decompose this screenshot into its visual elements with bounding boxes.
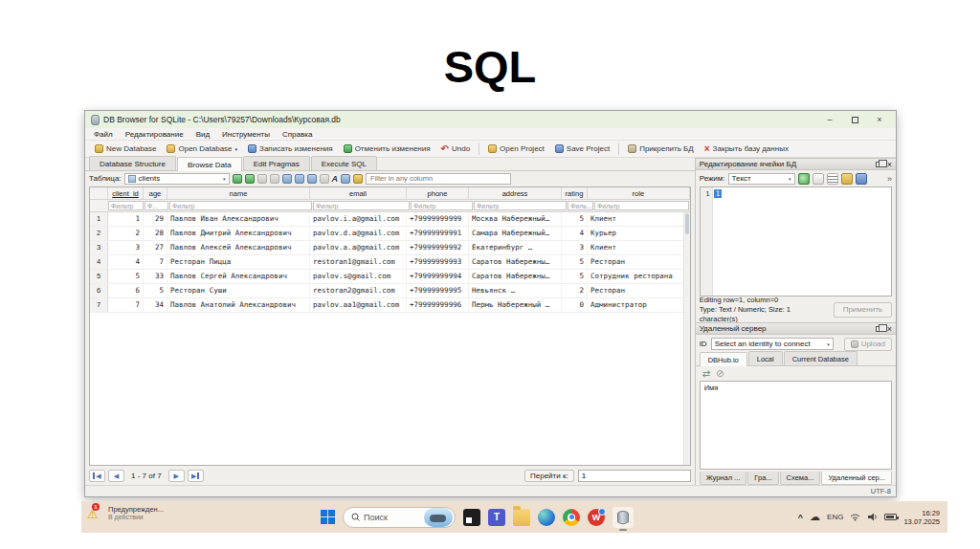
chrome-browser-icon[interactable] xyxy=(563,509,580,526)
tab-1[interactable]: Browse Data xyxy=(177,157,242,171)
file-explorer-icon[interactable] xyxy=(513,509,530,526)
remote-tab-2[interactable]: Current Database xyxy=(784,351,858,365)
identity-selector[interactable]: Select an identity to connect ▾ xyxy=(711,338,834,350)
cell-role[interactable]: Администратор xyxy=(588,298,690,312)
export-cell-button[interactable] xyxy=(813,173,824,185)
upload-button[interactable]: Upload xyxy=(844,338,892,351)
column-header-phone[interactable]: phone xyxy=(407,187,469,199)
float-panel-icon[interactable] xyxy=(876,162,882,167)
close-button[interactable]: × xyxy=(869,113,890,126)
cell-rating[interactable]: 5 xyxy=(562,212,588,226)
filter-input-address[interactable]: Фильтр xyxy=(474,201,567,210)
bottom-tab-3[interactable]: Удаленный сер... xyxy=(821,472,892,485)
cell-role[interactable]: Ресторан xyxy=(588,255,690,269)
duplicate-button[interactable] xyxy=(320,174,329,184)
open-project-button[interactable]: Open Project xyxy=(483,143,549,155)
wifi-icon[interactable] xyxy=(850,513,860,521)
column-header-client-id[interactable]: client_id xyxy=(108,187,144,199)
table-row[interactable]: 447Ресторан Пиццаrestoran1@gmail.com+799… xyxy=(90,255,690,270)
row-number[interactable]: 6 xyxy=(90,284,108,297)
stop-icon[interactable]: ⊘ xyxy=(716,368,724,379)
bottom-tab-1[interactable]: Гра... xyxy=(747,472,778,485)
remote-tab-0[interactable]: DBHub.io xyxy=(700,352,747,366)
tab-3[interactable]: Execute SQL xyxy=(311,156,377,170)
cell-value[interactable]: 1 xyxy=(714,189,723,198)
row-number[interactable]: 2 xyxy=(90,227,108,240)
cell-client_id[interactable]: 5 xyxy=(108,270,144,283)
column-header-address[interactable]: address xyxy=(469,187,562,199)
cell-phone[interactable]: +79999999993 xyxy=(407,255,469,269)
minimize-button[interactable]: – xyxy=(819,113,840,126)
open-database-button[interactable]: Open Database▾ xyxy=(162,143,242,155)
column-header-age[interactable]: age xyxy=(144,187,167,199)
filter-input-age[interactable]: Ф... xyxy=(145,201,168,210)
bottom-tab-0[interactable]: Журнал ... xyxy=(700,472,747,485)
cell-value-editor[interactable]: 1 1 xyxy=(700,187,892,296)
column-header-email[interactable]: email xyxy=(310,187,407,199)
cell-address[interactable]: Саратов Набережны… xyxy=(469,255,562,269)
cell-role[interactable]: Сотрудник ресторана xyxy=(588,270,690,283)
cell-rating[interactable]: 0 xyxy=(562,298,588,312)
cell-age[interactable]: 27 xyxy=(144,241,167,254)
remote-file-list[interactable]: Имя xyxy=(700,381,892,470)
cell-address[interactable]: Москва Набережный… xyxy=(469,212,562,226)
cell-email[interactable]: pavlov.d.a@gmail.com xyxy=(310,227,407,240)
save-project-button[interactable]: Save Project xyxy=(550,143,614,155)
revert-changes-button[interactable]: Отменить изменения xyxy=(339,143,435,155)
insert-button[interactable] xyxy=(307,174,317,184)
cell-age[interactable]: 28 xyxy=(144,227,167,240)
notification-area[interactable]: ⚠ 1 Предупрежден... В действии xyxy=(87,505,164,522)
maximize-button[interactable] xyxy=(844,113,865,126)
cell-name[interactable]: Ресторан Пицца xyxy=(167,255,310,269)
filter-any-column-input[interactable] xyxy=(366,173,511,185)
menu-item-0[interactable]: Файл xyxy=(94,130,113,139)
encoding-indicator[interactable]: UTF-8 xyxy=(871,487,891,495)
filter-input-client_id[interactable]: Фильтр xyxy=(108,201,144,210)
clock[interactable]: 16:29 13.07.2025 xyxy=(903,509,940,526)
menu-item-4[interactable]: Справка xyxy=(282,130,312,139)
battery-icon[interactable] xyxy=(884,514,897,520)
cell-role[interactable]: Клиент xyxy=(588,241,690,254)
menu-item-3[interactable]: Инструменты xyxy=(222,130,270,139)
word-wrap-button[interactable] xyxy=(827,173,838,185)
cell-client_id[interactable]: 6 xyxy=(108,284,144,297)
cell-address[interactable]: Пермь Набережный … xyxy=(469,298,562,312)
last-record-button[interactable]: ▶ xyxy=(188,470,204,482)
cell-name[interactable]: Павлов Анатолий Александрович xyxy=(167,298,310,312)
cell-name[interactable]: Павлов Сергей Александрович xyxy=(167,270,310,283)
cell-rating[interactable]: 3 xyxy=(562,241,588,254)
cell-client_id[interactable]: 3 xyxy=(108,241,144,254)
cell-rating[interactable]: 2 xyxy=(562,284,588,297)
bottom-tab-2[interactable]: Схема... xyxy=(780,472,821,485)
row-number[interactable]: 3 xyxy=(90,241,108,254)
warning-icon[interactable]: ⚠ 1 xyxy=(87,505,103,522)
cell-phone[interactable]: +79999999992 xyxy=(407,241,469,254)
w-app-icon[interactable]: W xyxy=(588,509,605,526)
cell-rating[interactable]: 5 xyxy=(562,270,588,283)
column-header-role[interactable]: role xyxy=(588,187,690,199)
first-record-button[interactable]: ◀ xyxy=(89,470,105,482)
cell-name[interactable]: Ресторан Суши xyxy=(167,284,310,297)
image-button[interactable] xyxy=(341,174,350,184)
search-box[interactable]: Поиск xyxy=(343,507,456,528)
scrollbar-thumb[interactable] xyxy=(685,213,689,234)
cell-client_id[interactable]: 1 xyxy=(108,212,144,226)
cell-role[interactable]: Ресторан xyxy=(588,284,690,297)
onedrive-icon[interactable]: ☁ xyxy=(810,511,820,523)
tray-expand-icon[interactable]: ^ xyxy=(798,513,803,522)
vertical-scrollbar[interactable] xyxy=(683,212,690,465)
tab-2[interactable]: Edit Pragmas xyxy=(243,156,310,170)
next-record-button[interactable]: ▶ xyxy=(168,470,185,482)
filter-input-name[interactable]: Фильтр xyxy=(169,201,312,210)
overflow-icon[interactable]: » xyxy=(887,174,892,184)
cell-client_id[interactable]: 2 xyxy=(108,227,144,240)
cell-client_id[interactable]: 4 xyxy=(108,255,144,269)
photos-app-icon[interactable] xyxy=(463,509,480,526)
table-row[interactable]: 5533Павлов Сергей Александровичpavlov.s@… xyxy=(90,270,690,284)
save-cell-button[interactable] xyxy=(856,173,867,185)
undo-button[interactable]: ↶Undo xyxy=(436,143,476,155)
new-database-button[interactable]: New Database xyxy=(90,143,161,155)
database-filter-button[interactable] xyxy=(353,174,363,184)
row-number[interactable]: 1 xyxy=(90,212,108,226)
cell-phone[interactable]: +79999999999 xyxy=(407,212,469,226)
